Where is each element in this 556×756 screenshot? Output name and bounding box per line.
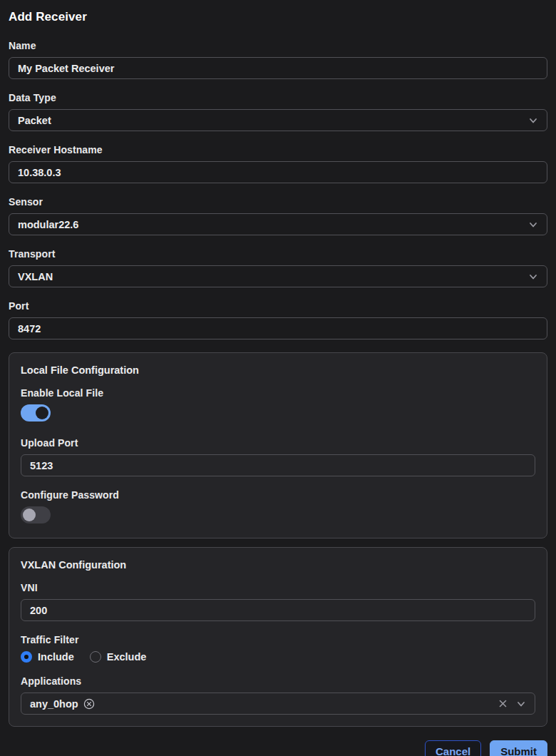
data-type-label: Data Type [9,92,547,103]
vxlan-section-title: VXLAN Configuration [21,559,535,571]
enable-local-file-group: Enable Local File [21,387,535,424]
toggle-knob [36,407,48,419]
port-field-group: Port [9,300,547,339]
enable-local-file-toggle[interactable] [21,404,51,422]
receiver-hostname-label: Receiver Hostname [9,144,547,155]
receiver-hostname-field-group: Receiver Hostname [9,144,547,183]
page-title: Add Receiver [9,10,547,24]
data-type-field-group: Data Type Packet [9,92,547,131]
name-label: Name [9,40,547,51]
sensor-selected-value: modular22.6 [18,219,78,230]
transport-selected-value: VXLAN [18,271,53,282]
local-file-section-title: Local File Configuration [21,364,535,376]
vni-field-group: VNI [21,582,535,621]
sensor-select[interactable]: modular22.6 [9,213,547,235]
radio-option-include[interactable]: Include [21,651,74,663]
chevron-down-icon[interactable] [516,699,526,709]
chevron-down-icon [528,272,538,282]
receiver-hostname-input[interactable] [9,161,547,183]
applications-multiselect[interactable]: any_0hop [21,693,535,715]
cancel-button[interactable]: Cancel [425,740,481,756]
multiselect-controls [498,699,526,709]
applications-tag-text: any_0hop [30,698,78,710]
upload-port-label: Upload Port [21,437,535,449]
radio-exclude-label: Exclude [107,651,147,663]
vni-label: VNI [21,582,535,593]
vni-input[interactable] [21,599,535,621]
add-receiver-form: Add Receiver Name Data Type Packet Recei… [0,0,556,756]
clear-x-icon[interactable] [498,699,508,708]
upload-port-field-group: Upload Port [21,437,535,476]
applications-tag: any_0hop [30,698,95,710]
radio-include-label: Include [38,651,74,663]
transport-select[interactable]: VXLAN [9,265,547,287]
radio-selected-icon [21,651,32,663]
radio-unselected-icon [90,651,101,663]
toggle-knob [23,509,36,521]
configure-password-label: Configure Password [21,489,535,501]
data-type-select[interactable]: Packet [9,109,547,131]
name-input[interactable] [9,57,547,79]
configure-password-toggle[interactable] [21,506,51,523]
chevron-down-icon [528,220,538,230]
submit-button[interactable]: Submit [490,740,547,756]
name-field-group: Name [9,40,547,79]
sensor-label: Sensor [9,196,547,208]
configure-password-group: Configure Password [21,489,535,526]
vxlan-configuration-section: VXLAN Configuration VNI Traffic Filter I… [9,547,547,727]
transport-field-group: Transport VXLAN [9,248,547,287]
form-footer: Cancel Submit [9,740,547,756]
local-file-configuration-section: Local File Configuration Enable Local Fi… [9,352,547,538]
port-label: Port [9,300,547,312]
radio-option-exclude[interactable]: Exclude [90,651,147,663]
transport-label: Transport [9,248,547,260]
port-input[interactable] [9,317,547,339]
remove-tag-icon[interactable] [83,698,95,710]
applications-label: Applications [21,675,535,687]
upload-port-input[interactable] [21,454,535,476]
traffic-filter-label: Traffic Filter [21,634,535,645]
data-type-selected-value: Packet [18,115,51,126]
sensor-field-group: Sensor modular22.6 [9,196,547,235]
enable-local-file-label: Enable Local File [21,387,535,399]
traffic-filter-options: Include Exclude [21,651,535,663]
traffic-filter-group: Traffic Filter Include Exclude [21,634,535,663]
applications-field-group: Applications any_0hop [21,675,535,715]
chevron-down-icon [528,116,538,126]
